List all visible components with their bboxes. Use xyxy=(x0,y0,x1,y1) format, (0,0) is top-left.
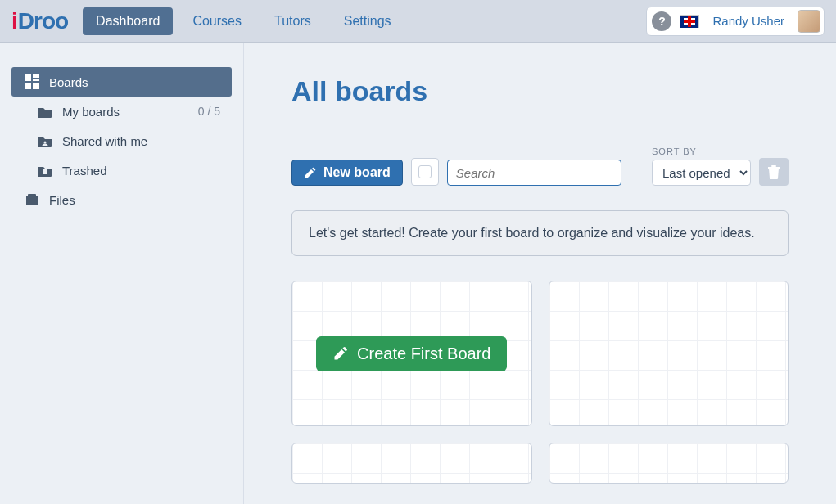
trash-icon xyxy=(767,164,780,179)
svg-rect-2 xyxy=(33,79,39,81)
boards-grid: Create First Board xyxy=(291,281,789,484)
new-board-label: New board xyxy=(323,165,391,180)
boards-count-badge: 0 / 5 xyxy=(198,105,220,118)
sidebar-item-files[interactable]: Files xyxy=(11,185,232,214)
sidebar-item-my-boards[interactable]: My boards 0 / 5 xyxy=(11,97,232,126)
edit-icon xyxy=(332,345,349,362)
sidebar-item-trashed[interactable]: Trashed xyxy=(11,155,232,185)
help-button[interactable]: ? xyxy=(652,11,671,31)
avatar[interactable] xyxy=(798,10,820,33)
shared-folder-icon xyxy=(36,135,54,147)
sort-by-label: SORT BY xyxy=(652,146,751,156)
svg-rect-4 xyxy=(33,83,39,89)
svg-rect-9 xyxy=(28,194,36,196)
sidebar-item-label: Trashed xyxy=(62,164,220,178)
sidebar-item-boards[interactable]: Boards xyxy=(11,67,232,97)
create-first-board-button[interactable]: Create First Board xyxy=(316,336,507,371)
flag-icon[interactable] xyxy=(680,15,699,28)
svg-rect-10 xyxy=(768,167,780,169)
username[interactable]: Randy Usher xyxy=(707,14,789,28)
search-input[interactable] xyxy=(447,160,621,186)
svg-rect-8 xyxy=(26,196,38,205)
svg-rect-7 xyxy=(43,169,47,170)
select-all-checkbox[interactable] xyxy=(411,158,439,186)
getting-started-banner: Let's get started! Create your first boa… xyxy=(291,210,789,256)
new-board-button[interactable]: New board xyxy=(291,160,403,186)
sidebar-item-label: Boards xyxy=(49,75,220,89)
sidebar-item-label: Files xyxy=(49,193,220,207)
sidebar: Boards My boards 0 / 5 Shared with me Tr… xyxy=(0,43,244,504)
svg-point-5 xyxy=(44,141,47,143)
toolbar: New board SORT BY Last opened xyxy=(291,146,789,186)
edit-icon xyxy=(304,166,317,179)
bulk-delete-button[interactable] xyxy=(759,158,789,186)
sidebar-item-shared[interactable]: Shared with me xyxy=(11,126,232,155)
nav-settings[interactable]: Settings xyxy=(331,7,404,35)
svg-rect-0 xyxy=(25,74,31,81)
trash-folder-icon xyxy=(36,164,54,177)
help-icon: ? xyxy=(658,15,666,28)
files-icon xyxy=(23,192,41,207)
svg-rect-1 xyxy=(33,74,39,78)
grid-icon xyxy=(23,74,41,89)
logo-i: i xyxy=(11,8,18,34)
checkbox-inner xyxy=(418,165,432,178)
sort-select[interactable]: Last opened xyxy=(652,160,751,186)
sidebar-item-label: Shared with me xyxy=(62,134,220,148)
folder-icon xyxy=(36,106,54,118)
nav-dashboard[interactable]: Dashboard xyxy=(83,7,173,35)
main-nav: Dashboard Courses Tutors Settings xyxy=(83,7,404,35)
create-first-board-card: Create First Board xyxy=(291,281,532,426)
create-first-board-label: Create First Board xyxy=(357,344,490,363)
board-card-placeholder[interactable] xyxy=(549,281,789,426)
board-card-placeholder[interactable] xyxy=(291,443,532,484)
user-area: ? Randy Usher xyxy=(646,7,825,36)
top-bar: iDroo Dashboard Courses Tutors Settings … xyxy=(0,0,836,43)
svg-rect-3 xyxy=(25,83,31,89)
main-content: All boards New board SORT BY Last opened xyxy=(244,43,836,504)
page-title: All boards xyxy=(291,75,789,107)
svg-rect-11 xyxy=(771,165,776,167)
sidebar-item-label: My boards xyxy=(62,105,198,119)
logo-rest: Droo xyxy=(18,8,68,34)
nav-tutors[interactable]: Tutors xyxy=(261,7,324,35)
svg-rect-6 xyxy=(43,170,47,174)
nav-courses[interactable]: Courses xyxy=(179,7,255,35)
board-card-placeholder[interactable] xyxy=(549,443,789,484)
logo[interactable]: iDroo xyxy=(11,8,68,34)
